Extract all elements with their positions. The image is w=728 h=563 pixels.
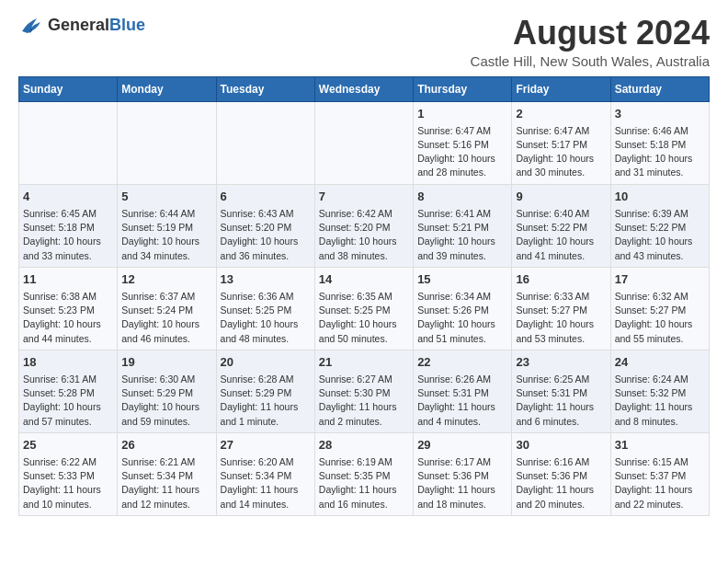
calendar-cell: 12Sunrise: 6:37 AM Sunset: 5:24 PM Dayli… bbox=[118, 267, 216, 350]
day-number: 14 bbox=[319, 271, 409, 288]
day-number: 8 bbox=[417, 189, 507, 205]
calendar-week-row: 18Sunrise: 6:31 AM Sunset: 5:28 PM Dayli… bbox=[19, 350, 710, 432]
col-header-tuesday: Tuesday bbox=[216, 76, 314, 101]
day-number: 25 bbox=[23, 437, 113, 454]
day-number: 20 bbox=[221, 354, 311, 371]
calendar-week-row: 1Sunrise: 6:47 AM Sunset: 5:16 PM Daylig… bbox=[19, 101, 710, 184]
calendar-header-row: SundayMondayTuesdayWednesdayThursdayFrid… bbox=[19, 76, 710, 101]
calendar-cell: 18Sunrise: 6:31 AM Sunset: 5:28 PM Dayli… bbox=[19, 350, 118, 432]
day-info: Sunrise: 6:38 AM Sunset: 5:23 PM Dayligh… bbox=[23, 290, 113, 346]
day-info: Sunrise: 6:28 AM Sunset: 5:29 PM Dayligh… bbox=[221, 373, 311, 429]
day-info: Sunrise: 6:39 AM Sunset: 5:22 PM Dayligh… bbox=[615, 207, 705, 263]
col-header-monday: Monday bbox=[118, 76, 216, 101]
day-info: Sunrise: 6:27 AM Sunset: 5:30 PM Dayligh… bbox=[319, 373, 409, 429]
day-info: Sunrise: 6:41 AM Sunset: 5:21 PM Dayligh… bbox=[417, 207, 507, 263]
calendar-cell: 29Sunrise: 6:17 AM Sunset: 5:36 PM Dayli… bbox=[414, 432, 512, 515]
day-info: Sunrise: 6:30 AM Sunset: 5:29 PM Dayligh… bbox=[121, 373, 211, 429]
day-info: Sunrise: 6:47 AM Sunset: 5:17 PM Dayligh… bbox=[516, 124, 606, 180]
day-info: Sunrise: 6:22 AM Sunset: 5:33 PM Dayligh… bbox=[23, 455, 113, 511]
calendar-cell: 25Sunrise: 6:22 AM Sunset: 5:33 PM Dayli… bbox=[19, 432, 118, 515]
day-info: Sunrise: 6:26 AM Sunset: 5:31 PM Dayligh… bbox=[417, 373, 507, 429]
header: GeneralBlue August 2024 Castle Hill, New… bbox=[18, 15, 710, 69]
calendar-cell: 30Sunrise: 6:16 AM Sunset: 5:36 PM Dayli… bbox=[512, 432, 610, 515]
calendar-cell: 14Sunrise: 6:35 AM Sunset: 5:25 PM Dayli… bbox=[314, 267, 413, 350]
logo-general-text: General bbox=[48, 16, 109, 34]
day-number: 16 bbox=[516, 271, 606, 288]
day-info: Sunrise: 6:42 AM Sunset: 5:20 PM Dayligh… bbox=[319, 207, 409, 263]
logo: GeneralBlue bbox=[18, 15, 145, 35]
calendar-cell: 17Sunrise: 6:32 AM Sunset: 5:27 PM Dayli… bbox=[610, 267, 709, 350]
calendar-cell: 8Sunrise: 6:41 AM Sunset: 5:21 PM Daylig… bbox=[414, 184, 512, 267]
day-number: 26 bbox=[121, 437, 211, 454]
day-number: 13 bbox=[221, 271, 311, 288]
day-number: 31 bbox=[615, 437, 705, 454]
calendar-cell: 3Sunrise: 6:46 AM Sunset: 5:18 PM Daylig… bbox=[610, 101, 709, 184]
calendar-cell: 24Sunrise: 6:24 AM Sunset: 5:32 PM Dayli… bbox=[610, 350, 709, 432]
day-info: Sunrise: 6:32 AM Sunset: 5:27 PM Dayligh… bbox=[615, 290, 705, 346]
day-number: 22 bbox=[417, 354, 507, 371]
day-info: Sunrise: 6:37 AM Sunset: 5:24 PM Dayligh… bbox=[121, 290, 211, 346]
calendar-cell: 11Sunrise: 6:38 AM Sunset: 5:23 PM Dayli… bbox=[19, 267, 118, 350]
day-number: 15 bbox=[417, 271, 507, 288]
day-info: Sunrise: 6:16 AM Sunset: 5:36 PM Dayligh… bbox=[516, 455, 606, 511]
calendar-cell: 15Sunrise: 6:34 AM Sunset: 5:26 PM Dayli… bbox=[414, 267, 512, 350]
page-subtitle: Castle Hill, New South Wales, Australia bbox=[471, 53, 710, 69]
calendar-cell: 23Sunrise: 6:25 AM Sunset: 5:31 PM Dayli… bbox=[512, 350, 610, 432]
day-number: 29 bbox=[417, 437, 507, 454]
day-number: 5 bbox=[121, 189, 211, 205]
day-number: 9 bbox=[516, 189, 606, 205]
day-number: 30 bbox=[516, 437, 606, 454]
day-number: 21 bbox=[319, 354, 409, 371]
day-info: Sunrise: 6:24 AM Sunset: 5:32 PM Dayligh… bbox=[615, 373, 705, 429]
day-info: Sunrise: 6:36 AM Sunset: 5:25 PM Dayligh… bbox=[221, 290, 311, 346]
calendar-table: SundayMondayTuesdayWednesdayThursdayFrid… bbox=[18, 76, 710, 516]
day-number: 2 bbox=[516, 106, 606, 122]
calendar-cell: 31Sunrise: 6:15 AM Sunset: 5:37 PM Dayli… bbox=[610, 432, 709, 515]
calendar-cell: 5Sunrise: 6:44 AM Sunset: 5:19 PM Daylig… bbox=[118, 184, 216, 267]
calendar-cell bbox=[216, 101, 314, 184]
day-number: 28 bbox=[319, 437, 409, 454]
day-number: 4 bbox=[23, 189, 113, 205]
day-number: 27 bbox=[221, 437, 311, 454]
title-block: August 2024 Castle Hill, New South Wales… bbox=[471, 15, 710, 69]
day-number: 10 bbox=[615, 189, 705, 205]
day-info: Sunrise: 6:21 AM Sunset: 5:34 PM Dayligh… bbox=[121, 455, 211, 511]
day-info: Sunrise: 6:34 AM Sunset: 5:26 PM Dayligh… bbox=[417, 290, 507, 346]
page-title: August 2024 bbox=[471, 15, 710, 52]
col-header-sunday: Sunday bbox=[19, 76, 118, 101]
calendar-week-row: 25Sunrise: 6:22 AM Sunset: 5:33 PM Dayli… bbox=[19, 432, 710, 515]
calendar-cell: 2Sunrise: 6:47 AM Sunset: 5:17 PM Daylig… bbox=[512, 101, 610, 184]
day-number: 23 bbox=[516, 354, 606, 371]
calendar-cell: 27Sunrise: 6:20 AM Sunset: 5:34 PM Dayli… bbox=[216, 432, 314, 515]
day-number: 19 bbox=[121, 354, 211, 371]
calendar-cell: 9Sunrise: 6:40 AM Sunset: 5:22 PM Daylig… bbox=[512, 184, 610, 267]
col-header-thursday: Thursday bbox=[414, 76, 512, 101]
day-info: Sunrise: 6:47 AM Sunset: 5:16 PM Dayligh… bbox=[417, 124, 507, 180]
day-number: 12 bbox=[121, 271, 211, 288]
day-number: 7 bbox=[319, 189, 409, 205]
calendar-cell: 22Sunrise: 6:26 AM Sunset: 5:31 PM Dayli… bbox=[414, 350, 512, 432]
day-info: Sunrise: 6:44 AM Sunset: 5:19 PM Dayligh… bbox=[121, 207, 211, 263]
calendar-cell bbox=[118, 101, 216, 184]
calendar-cell bbox=[314, 101, 413, 184]
calendar-cell bbox=[19, 101, 118, 184]
calendar-cell: 21Sunrise: 6:27 AM Sunset: 5:30 PM Dayli… bbox=[314, 350, 413, 432]
calendar-cell: 20Sunrise: 6:28 AM Sunset: 5:29 PM Dayli… bbox=[216, 350, 314, 432]
day-number: 17 bbox=[615, 271, 705, 288]
day-info: Sunrise: 6:45 AM Sunset: 5:18 PM Dayligh… bbox=[23, 207, 113, 263]
calendar-cell: 4Sunrise: 6:45 AM Sunset: 5:18 PM Daylig… bbox=[19, 184, 118, 267]
day-info: Sunrise: 6:33 AM Sunset: 5:27 PM Dayligh… bbox=[516, 290, 606, 346]
day-number: 6 bbox=[221, 189, 311, 205]
calendar-week-row: 11Sunrise: 6:38 AM Sunset: 5:23 PM Dayli… bbox=[19, 267, 710, 350]
day-info: Sunrise: 6:40 AM Sunset: 5:22 PM Dayligh… bbox=[516, 207, 606, 263]
day-info: Sunrise: 6:20 AM Sunset: 5:34 PM Dayligh… bbox=[221, 455, 311, 511]
col-header-friday: Friday bbox=[512, 76, 610, 101]
logo-blue-text: Blue bbox=[109, 16, 145, 34]
day-info: Sunrise: 6:31 AM Sunset: 5:28 PM Dayligh… bbox=[23, 373, 113, 429]
day-info: Sunrise: 6:43 AM Sunset: 5:20 PM Dayligh… bbox=[221, 207, 311, 263]
day-info: Sunrise: 6:35 AM Sunset: 5:25 PM Dayligh… bbox=[319, 290, 409, 346]
day-number: 11 bbox=[23, 271, 113, 288]
day-number: 3 bbox=[615, 106, 705, 122]
logo-icon bbox=[18, 15, 44, 35]
day-info: Sunrise: 6:25 AM Sunset: 5:31 PM Dayligh… bbox=[516, 373, 606, 429]
